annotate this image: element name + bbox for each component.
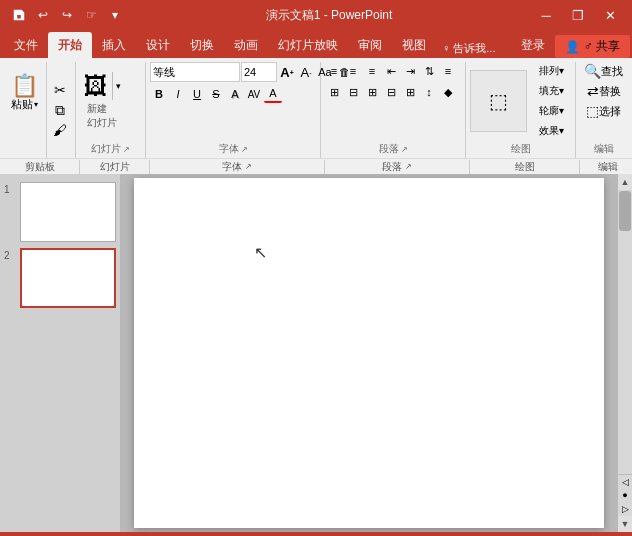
font-size-input[interactable]	[241, 62, 277, 82]
indent-increase-button[interactable]: ⇥	[401, 62, 419, 80]
spacing-button[interactable]: AV	[245, 85, 263, 103]
find-label: 查找	[601, 64, 623, 79]
align-center-button[interactable]: ⊟	[344, 83, 362, 101]
paragraph-group-label: 段落 ↗	[325, 140, 461, 158]
font-decrease-button[interactable]: A-	[297, 63, 315, 81]
font-expand-arrow[interactable]: ↗	[241, 145, 248, 154]
draw-group-label: 绘图	[470, 140, 571, 158]
new-slide-arrow[interactable]: ▾	[113, 72, 124, 100]
numbered-list-button[interactable]: ≡	[344, 62, 362, 80]
paste-button[interactable]: 📋 粘贴 ▾	[6, 62, 42, 124]
draw-label: 绘图	[470, 160, 580, 174]
replace-button[interactable]: ⇄ 替换	[579, 82, 629, 100]
font-expand-icon[interactable]: ↗	[245, 162, 252, 171]
new-slide-button[interactable]: 🖼 ▾	[80, 72, 124, 100]
slide-thumb-2[interactable]: 2	[4, 248, 116, 308]
scroll-up-button[interactable]: ▲	[618, 174, 632, 190]
shape-effect-button[interactable]: 效果▾	[531, 122, 571, 140]
paste-section: 📋 粘贴 ▾	[6, 62, 47, 158]
save-button[interactable]	[8, 4, 30, 26]
shadow-button[interactable]: A	[226, 85, 244, 103]
nav-dot[interactable]: ●	[618, 488, 632, 502]
window-title: 演示文稿1 - PowerPoint	[126, 7, 532, 24]
qat-dropdown-button[interactable]: ▾	[104, 4, 126, 26]
slide-preview-2[interactable]	[20, 248, 116, 308]
bullet-list-button[interactable]: ≡	[325, 62, 343, 80]
para-expand-icon[interactable]: ↗	[405, 162, 412, 171]
font-group: A+ A- Aa 🗑 B I U S A AV A 字体 ↗	[146, 62, 321, 158]
indent-decrease-button[interactable]: ⇤	[382, 62, 400, 80]
slide-preview-1[interactable]	[20, 182, 116, 242]
tab-transitions[interactable]: 切换	[180, 32, 224, 58]
scroll-track	[618, 190, 632, 474]
tab-animations[interactable]: 动画	[224, 32, 268, 58]
edit-group-label: 编辑	[580, 140, 627, 158]
vertical-scrollbar[interactable]: ▲ ◁ ● ▷ ▼	[618, 174, 632, 532]
paste-icon: 📋	[11, 75, 38, 97]
shape-fill-button[interactable]: 填充▾	[531, 82, 571, 100]
text-direction-button[interactable]: ⇅	[420, 62, 438, 80]
canvas-area[interactable]: ↖	[120, 174, 618, 532]
tab-slideshow[interactable]: 幻灯片放映	[268, 32, 348, 58]
status-bar: 📝 备注 💬 批注 ⊞ ⊟ 📖 ▶ ─ + 37% ⊡	[0, 532, 632, 536]
italic-button[interactable]: I	[169, 85, 187, 103]
redo-button[interactable]: ↪	[56, 4, 78, 26]
cut-button[interactable]: ✂	[51, 81, 69, 99]
arrange-button[interactable]: 排列▾	[531, 62, 571, 80]
font-family-input[interactable]	[150, 62, 240, 82]
prev-slide-scroll[interactable]: ◁	[618, 474, 632, 488]
bold-button[interactable]: B	[150, 85, 168, 103]
touch-button[interactable]: ☞	[80, 4, 102, 26]
font-group-label: 字体 ↗	[150, 140, 316, 158]
clipboard-actions: ✂ ⧉ 🖌	[47, 62, 69, 158]
minimize-button[interactable]: ─	[532, 4, 560, 26]
close-button[interactable]: ✕	[596, 4, 624, 26]
tab-file[interactable]: 文件	[4, 32, 48, 58]
copy-button[interactable]: ⧉	[51, 101, 69, 119]
scroll-down-button[interactable]: ▼	[618, 516, 632, 532]
align-right-button[interactable]: ⊞	[363, 83, 381, 101]
share-button[interactable]: 👤 ♂ 共享	[555, 35, 630, 58]
tab-design[interactable]: 设计	[136, 32, 180, 58]
font-increase-button[interactable]: A+	[278, 63, 296, 81]
restore-button[interactable]: ❐	[564, 4, 592, 26]
tab-view[interactable]: 视图	[392, 32, 436, 58]
convert-smartart-button[interactable]: ◆	[439, 83, 457, 101]
strikethrough-button[interactable]: S	[207, 85, 225, 103]
align-text-button[interactable]: ≡	[439, 62, 457, 80]
para-group-label-text: 段落	[382, 160, 402, 174]
underline-button[interactable]: U	[188, 85, 206, 103]
format-paint-button[interactable]: 🖌	[51, 121, 69, 139]
slides-expand-arrow[interactable]: ↗	[123, 145, 130, 154]
justify-button[interactable]: ⊟	[382, 83, 400, 101]
paste-dropdown-arrow[interactable]: ▾	[34, 100, 38, 109]
line-spacing-button[interactable]: ↕	[420, 83, 438, 101]
next-slide-scroll[interactable]: ▷	[618, 502, 632, 516]
main-area: 1 2 ↖ ▲ ◁ ● ▷ ▼	[0, 174, 632, 532]
new-slide-label: 新建幻灯片	[87, 102, 117, 130]
shapes-gallery[interactable]: ⬚	[470, 70, 527, 132]
find-button[interactable]: 🔍 查找	[579, 62, 629, 80]
tab-insert[interactable]: 插入	[92, 32, 136, 58]
shape-outline-button[interactable]: 轮廓▾	[531, 102, 571, 120]
tab-home[interactable]: 开始	[48, 32, 92, 58]
select-button[interactable]: ⬚ 选择	[579, 102, 629, 120]
scroll-thumb[interactable]	[619, 191, 631, 231]
edit-label-text: 编辑	[594, 142, 614, 156]
tell-me-input[interactable]: ♀ 告诉我...	[436, 39, 501, 58]
tab-review[interactable]: 审阅	[348, 32, 392, 58]
edit-group: 🔍 查找 ⇄ 替换 ⬚ 选择 编辑	[576, 62, 631, 158]
ribbon: 📋 粘贴 ▾ ✂ ⧉ 🖌 🖼	[0, 58, 632, 174]
undo-button[interactable]: ↩	[32, 4, 54, 26]
align-left-button[interactable]: ⊞	[325, 83, 343, 101]
find-icon: 🔍	[584, 63, 601, 79]
slide-thumb-1[interactable]: 1	[4, 182, 116, 242]
para-expand-arrow[interactable]: ↗	[401, 145, 408, 154]
login-button[interactable]: 登录	[511, 32, 555, 58]
slides-group-top: 🖼 ▾ 新建幻灯片	[80, 62, 141, 140]
columns-button[interactable]: ⊞	[401, 83, 419, 101]
slide-canvas[interactable]: ↖	[134, 178, 604, 528]
new-slide-section: 🖼 ▾ 新建幻灯片	[80, 72, 124, 130]
smartart-list-button[interactable]: ≡	[363, 62, 381, 80]
font-color-button[interactable]: A	[264, 85, 282, 103]
